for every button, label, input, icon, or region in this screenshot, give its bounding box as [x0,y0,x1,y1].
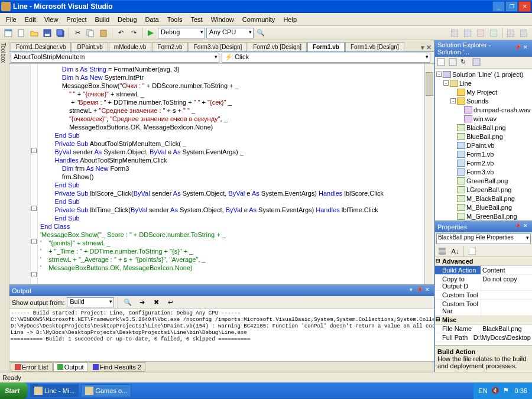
menu-debug[interactable]: Debug [114,15,140,24]
tree-node[interactable]: GreenBall.png [436,176,531,185]
code-content[interactable]: Dim s As String = FormatNumber(avg, 3) D… [38,64,424,284]
bottom-tab-find-results-2[interactable]: Find Results 2 [89,362,145,372]
menu-build[interactable]: Build [92,15,113,24]
tree-node[interactable]: Form2.vb [436,158,531,167]
tree-node[interactable]: M_GreenBall.png [436,212,531,220]
tree-node[interactable]: BlueBall.png [436,132,531,141]
tb-misc-1[interactable] [449,27,460,39]
pane-close-icon[interactable]: ✕ [423,287,432,295]
menu-data[interactable]: Data [142,15,163,24]
find-icon[interactable]: 🔍 [255,27,267,39]
menu-window[interactable]: Window [207,15,238,24]
tree-node[interactable]: DPaint.vb [436,141,531,150]
prop-category[interactable]: Misc [435,316,532,325]
tray-icon-2[interactable]: ⚑ [503,387,511,395]
properties-object-combo[interactable]: BlackBall.png File Properties [436,233,531,244]
restore-button[interactable]: ❐ [505,1,518,12]
taskbar-item[interactable]: Games o... [81,384,131,397]
props-categorized-icon[interactable] [436,245,448,257]
save-icon[interactable] [41,27,53,39]
sol-properties-icon[interactable] [436,57,447,68]
document-tab[interactable]: Form3.vb [Design] [189,42,248,51]
menu-test[interactable]: Test [187,15,206,24]
tree-node[interactable]: -Sounds [436,96,531,105]
document-tab[interactable]: Form1.Designer.vb [11,42,71,51]
cut-icon[interactable]: ✂ [72,27,83,39]
menu-help[interactable]: Help [280,15,300,24]
tree-node[interactable]: win.wav [436,114,531,123]
clock[interactable]: 0:36 [515,387,527,394]
paste-icon[interactable] [98,27,109,39]
prop-row[interactable]: Full PathD:\MyDocs\Desktop [435,333,532,342]
pane-dropdown-icon[interactable]: ▾ [407,287,415,295]
tree-node[interactable]: Form3.vb [436,167,531,176]
platform-combo[interactable]: Any CPU [206,28,254,38]
document-tab[interactable]: Form2.vb [Design] [248,42,307,51]
close-button[interactable]: ✕ [518,1,531,12]
tree-node[interactable]: -Line [436,79,531,87]
output-clear-icon[interactable]: ✖ [150,297,162,309]
sol-viewcode-icon[interactable] [472,57,482,68]
tb-misc-6[interactable] [518,27,530,39]
prop-row[interactable]: Custom Tool [435,291,532,300]
undo-icon[interactable]: ↶ [115,27,126,39]
tb-misc-3[interactable] [475,27,486,39]
props-pages-icon[interactable] [466,245,478,257]
tb-misc-4[interactable] [488,27,499,39]
menu-file[interactable]: File [2,15,20,24]
prop-row[interactable]: Copy to Output DDo not copy [435,275,532,291]
tree-node[interactable]: M_BlackBall.png [436,194,531,203]
document-tab[interactable]: DPaint.vb [72,42,108,51]
tree-node[interactable]: drumpad-crash.wav [436,105,531,114]
sol-refresh-icon[interactable]: ↻ [460,57,471,68]
prop-row[interactable]: File NameBlackBall.png [435,325,532,333]
tree-node[interactable]: -Solution 'Line' (1 project) [436,70,531,79]
output-text[interactable]: ------ Build started: Project: Line, Con… [9,309,434,361]
pane-close-icon[interactable]: ✕ [521,44,530,53]
tb-misc-2[interactable] [462,27,473,39]
start-button[interactable]: Start [0,382,28,399]
start-debug-icon[interactable] [145,27,157,39]
output-wrap-icon[interactable]: ↩ [164,297,176,309]
prop-row[interactable]: Custom Tool Nar [435,300,532,316]
prop-category[interactable]: Advanced [435,257,532,266]
bottom-tab-output[interactable]: Output [53,362,88,372]
menu-community[interactable]: Community [239,15,279,24]
bottom-tab-error-list[interactable]: Error List [11,362,53,372]
new-project-icon[interactable] [2,27,14,39]
config-combo[interactable]: Debug [158,28,205,38]
tree-node[interactable]: LGreenBall.png [436,185,531,194]
tree-node[interactable]: M_BlueBall.png [436,203,531,212]
document-tab[interactable]: Form1.vb [Design] [345,42,404,51]
solution-tree[interactable]: -Solution 'Line' (1 project)-LineMy Proj… [435,69,532,220]
document-tab[interactable]: Form2.vb [152,42,187,51]
taskbar-item[interactable]: Line - Mi... [30,384,79,397]
fold-toggle[interactable]: - [31,148,37,153]
lang-indicator[interactable]: EN [478,387,487,394]
tree-node[interactable]: Form1.vb [436,150,531,158]
menu-tools[interactable]: Tools [164,15,186,24]
pane-close-icon[interactable]: ✕ [521,223,530,231]
pane-pin-icon[interactable]: 📌 [513,44,521,53]
tree-node[interactable]: My Project [436,87,531,96]
pane-pin-icon[interactable]: 📌 [513,223,521,231]
fold-toggle[interactable]: - [31,272,37,277]
toolbox-tab[interactable]: Toolbox [0,40,9,372]
fold-toggle[interactable]: - [31,206,37,211]
prop-row[interactable]: Build ActionContent [435,266,532,275]
menu-edit[interactable]: Edit [21,15,40,24]
tree-expand-icon[interactable]: - [450,98,456,103]
open-icon[interactable] [28,27,40,39]
output-find-icon[interactable]: 🔍 [122,297,134,309]
code-editor[interactable]: ----- Dim s As String = FormatNumber(avg… [9,64,434,284]
document-tab[interactable]: mModule.vb [109,42,151,51]
pane-pin-icon[interactable]: 📌 [415,287,423,295]
redo-icon[interactable]: ↷ [128,27,140,39]
minimize-button[interactable]: _ [492,1,505,12]
props-alpha-icon[interactable]: A↓ [449,245,461,257]
vertical-scrollbar[interactable] [424,64,434,284]
copy-icon[interactable] [85,27,96,39]
tb-misc-5[interactable] [505,27,517,39]
document-tab[interactable]: Form1.vb [307,42,345,51]
save-all-icon[interactable] [54,27,66,39]
